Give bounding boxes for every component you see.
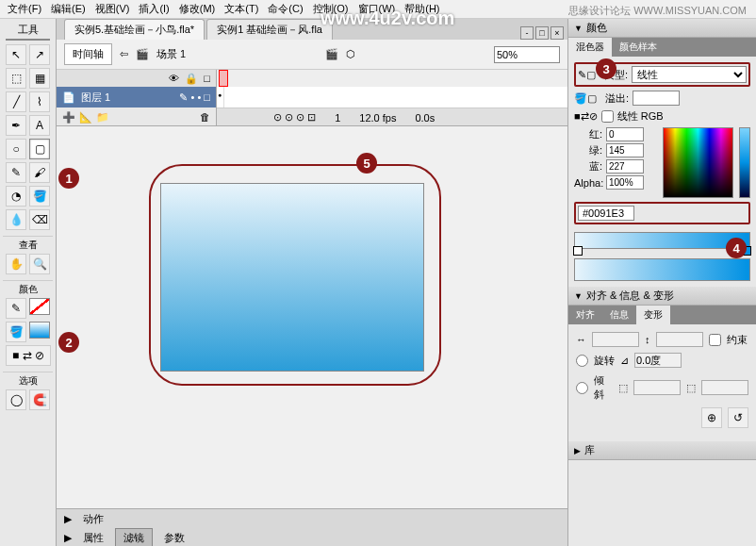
window-minimize[interactable]: - (520, 26, 534, 40)
brush-tool[interactable]: 🖌 (29, 162, 50, 183)
color-picker[interactable] (663, 127, 733, 198)
scene-name[interactable]: 场景 1 (156, 47, 186, 61)
info-tab[interactable]: 信息 (602, 306, 636, 324)
fill-type-select[interactable]: 线性 (632, 66, 747, 83)
alpha-input[interactable] (606, 175, 644, 190)
gradient-editor[interactable] (574, 232, 750, 249)
swatches-tab[interactable]: 颜色样本 (612, 38, 665, 57)
overflow-select[interactable] (633, 91, 680, 106)
drawn-rectangle[interactable] (160, 183, 424, 372)
text-tool[interactable]: A (29, 115, 50, 136)
stroke-swatch-icon[interactable]: ✎▢ (578, 69, 596, 81)
filters-tab[interactable]: 滤镜 (115, 528, 153, 547)
menu-file[interactable]: 文件(F) (4, 0, 45, 18)
onion-skin-icons[interactable]: ⊙ ⊙ ⊙ ⊡ (273, 111, 316, 124)
playhead[interactable] (219, 70, 228, 87)
subselection-tool[interactable]: ↗ (29, 44, 50, 65)
menu-help[interactable]: 帮助(H) (401, 0, 443, 18)
skew-v-input[interactable] (701, 380, 748, 395)
eraser-tool[interactable]: ⌫ (29, 209, 50, 230)
hand-tool[interactable]: ✋ (6, 254, 26, 274)
constrain-checkbox[interactable] (709, 334, 721, 346)
free-transform-tool[interactable]: ⬚ (6, 68, 26, 89)
menu-modify[interactable]: 修改(M) (175, 0, 220, 18)
actions-tab[interactable]: 动作 (75, 510, 111, 528)
lasso-tool[interactable]: ⌇ (29, 91, 50, 112)
menu-window[interactable]: 窗口(W) (354, 0, 400, 18)
skew-h-input[interactable] (633, 380, 681, 395)
menu-control[interactable]: 控制(O) (309, 0, 353, 18)
lock-icon[interactable]: 🔒 (185, 73, 198, 85)
linear-rgb-checkbox[interactable] (601, 110, 614, 123)
stage[interactable]: 5 (57, 126, 567, 508)
fill-swatch-icon[interactable]: 🪣▢ (574, 92, 597, 105)
ink-bottle-tool[interactable]: ◔ (6, 186, 26, 207)
skew-radio[interactable] (576, 382, 588, 394)
eyedropper-tool[interactable]: 💧 (6, 209, 26, 230)
transform-tab[interactable]: 变形 (636, 306, 670, 324)
gradient-stop-left[interactable] (573, 246, 583, 256)
doc-tab-active[interactable]: 实例5.基础绘画－小鸟.fla* (64, 19, 205, 40)
menu-view[interactable]: 视图(V) (91, 0, 134, 18)
align-tab[interactable]: 对齐 (568, 306, 602, 324)
width-input[interactable] (592, 332, 639, 347)
option-snap[interactable]: 🧲 (29, 389, 50, 410)
paint-bucket-tool[interactable]: 🪣 (29, 186, 50, 207)
selection-tool[interactable]: ↖ (6, 44, 26, 65)
library-panel-header[interactable]: ▶库 (568, 441, 756, 460)
menu-insert[interactable]: 插入(I) (135, 0, 173, 18)
red-input[interactable] (606, 127, 644, 141)
color-mode-icons[interactable]: ■⇄⊘ (574, 110, 598, 123)
frame-ruler[interactable] (217, 70, 567, 87)
option-object-drawing[interactable]: ◯ (6, 389, 26, 410)
delete-layer-icon[interactable]: 🗑 (200, 111, 210, 123)
pen-tool[interactable]: ✒ (6, 115, 26, 136)
copy-transform-button[interactable]: ⊕ (701, 407, 722, 428)
menu-text[interactable]: 文本(T) (221, 0, 262, 18)
line-tool[interactable]: ╱ (6, 91, 26, 112)
menu-commands[interactable]: 命令(C) (264, 0, 306, 18)
blue-input[interactable] (606, 159, 644, 174)
oval-tool[interactable]: ○ (6, 139, 26, 159)
zoom-tool[interactable]: 🔍 (29, 254, 50, 274)
luminosity-bar[interactable] (739, 127, 750, 198)
edit-scene-icon[interactable]: 🎬 (325, 48, 338, 60)
fill-color-icon: 🪣 (6, 322, 26, 342)
rectangle-tool[interactable]: ▢ (29, 139, 50, 159)
hex-input[interactable] (578, 206, 634, 221)
add-folder-icon[interactable]: 📁 (96, 111, 109, 124)
color-panel-header[interactable]: ▼颜色 (568, 19, 756, 38)
gradient-transform-tool[interactable]: ▦ (29, 68, 50, 89)
align-panel-header[interactable]: ▼对齐 & 信息 & 变形 (568, 287, 756, 306)
color-controls[interactable]: ■ ⇄ ⊘ (6, 345, 51, 366)
current-frame: 1 (335, 112, 340, 124)
rotate-radio[interactable] (576, 355, 588, 367)
reset-transform-button[interactable]: ↺ (728, 407, 748, 428)
add-layer-icon[interactable]: ➕ (62, 111, 75, 124)
eye-icon[interactable]: 👁 (169, 73, 179, 84)
fill-color-swatch[interactable] (29, 322, 50, 339)
rotate-input[interactable] (634, 353, 682, 368)
timeline-button[interactable]: 时间轴 (64, 43, 112, 65)
edit-symbols-icon[interactable]: ⬡ (346, 48, 355, 60)
params-tab[interactable]: 参数 (156, 529, 192, 547)
window-close[interactable]: × (551, 26, 564, 40)
mixer-tab[interactable]: 混色器 (568, 38, 612, 57)
window-maximize[interactable]: □ (535, 26, 549, 40)
linear-rgb-label: 线性 RGB (617, 109, 664, 124)
frame-row[interactable] (217, 87, 567, 108)
gradient-preview (574, 258, 750, 281)
menu-edit[interactable]: 编辑(E) (47, 0, 90, 18)
green-input[interactable] (606, 143, 644, 157)
outline-icon[interactable]: □ (204, 73, 210, 84)
constrain-label: 约束 (727, 333, 748, 347)
zoom-select[interactable] (494, 46, 560, 63)
doc-tab-inactive[interactable]: 实例1 基础绘画－风.fla (206, 19, 333, 40)
height-input[interactable] (656, 332, 703, 347)
add-guide-icon[interactable]: 📐 (79, 111, 92, 124)
properties-tab[interactable]: 属性 (75, 529, 111, 547)
pencil-tool[interactable]: ✎ (6, 162, 26, 183)
layer-row[interactable]: 📄 图层 1 ✎ • • □ (57, 87, 216, 108)
stroke-color-swatch[interactable] (29, 298, 50, 315)
back-icon[interactable]: ⇦ (120, 48, 128, 60)
